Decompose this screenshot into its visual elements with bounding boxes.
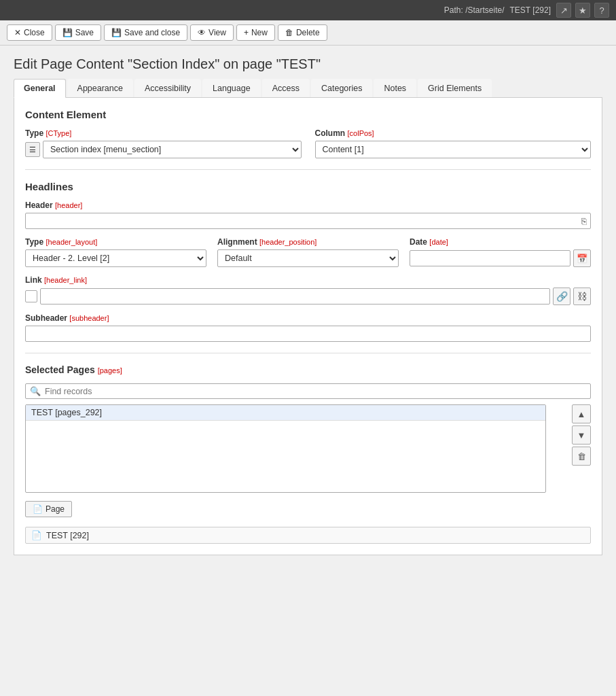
bookmark-icon[interactable]: ★ (575, 3, 590, 18)
type-group: Type [CType] ☰ Section index [menu_secti… (25, 128, 302, 158)
pages-area: TEST [pages_292] ▲ ▼ 🗑 (25, 404, 591, 493)
header-edit-icon[interactable]: ⎘ (579, 215, 590, 228)
add-page-button[interactable]: 📄 Page (25, 501, 72, 517)
pages-list-wrapper: TEST [pages_292] (25, 404, 569, 493)
date-key: [date] (429, 238, 448, 246)
subheader-group: Subheader [subheader] (25, 313, 591, 342)
page-icon: 📄 (33, 504, 43, 514)
list-item[interactable]: TEST [pages_292] (26, 405, 545, 421)
subheader-input[interactable] (25, 326, 591, 342)
close-icon: ✕ (14, 28, 21, 37)
help-icon[interactable]: ? (594, 3, 609, 18)
content-element-section-title: Content Element (25, 109, 591, 120)
header-label: Header [header] (25, 201, 591, 210)
type-column-row: Type [CType] ☰ Section index [menu_secti… (25, 128, 591, 158)
link-key: [header_link] (44, 276, 87, 284)
date-row: 📅 (410, 249, 591, 267)
toolbar: ✕ Close 💾 Save 💾 Save and close 👁 View +… (0, 20, 616, 46)
alignment-group: Alignment [header_position] Default (217, 237, 399, 267)
new-icon: + (244, 28, 249, 37)
header-type-group: Type [header_layout] Header - 2. Level [… (25, 237, 206, 267)
tab-notes[interactable]: Notes (374, 79, 416, 97)
page-title: Edit Page Content "Section Index" on pag… (0, 46, 616, 79)
tab-accessibility[interactable]: Accessibility (134, 79, 201, 97)
move-up-button[interactable]: ▲ (572, 404, 591, 423)
tabs-bar: General Appearance Accessibility Languag… (14, 79, 602, 98)
close-button[interactable]: ✕ Close (7, 24, 52, 41)
top-bar: Path: /Startseite/ TEST [292] ↗ ★ ? (0, 0, 616, 20)
header-type-select[interactable]: Header - 2. Level [2] (25, 249, 206, 267)
selected-pages-label: Selected Pages [pages] (25, 364, 591, 375)
add-buttons: 📄 Page (25, 501, 591, 517)
link-browser-icon[interactable]: 🔗 (553, 288, 570, 305)
tab-access[interactable]: Access (262, 79, 310, 97)
move-down-button[interactable]: ▼ (572, 425, 591, 445)
date-input[interactable] (410, 250, 570, 266)
type-key: [CType] (46, 129, 71, 137)
remove-button[interactable]: 🗑 (572, 447, 591, 466)
tab-appearance[interactable]: Appearance (67, 79, 133, 97)
type-select[interactable]: Section index [menu_section] (43, 141, 302, 158)
pages-key: [pages] (98, 366, 122, 375)
header-type-key: [header_layout] (46, 238, 97, 246)
link-input[interactable] (40, 288, 550, 304)
tab-language[interactable]: Language (202, 79, 261, 97)
subheader-label: Subheader [subheader] (25, 313, 591, 323)
header-type-label: Type [header_layout] (25, 237, 206, 247)
link-external-icon[interactable]: ⛓ (573, 288, 591, 305)
delete-button[interactable]: 🗑 Delete (278, 24, 327, 41)
records-list: TEST [pages_292] (25, 404, 546, 493)
save-icon: 💾 (62, 28, 73, 37)
date-label: Date [date] (410, 237, 591, 247)
date-group: Date [date] 📅 (410, 237, 591, 267)
column-label: Column [colPos] (315, 128, 592, 138)
column-select[interactable]: Content [1] (315, 141, 592, 158)
list-controls: ▲ ▼ 🗑 (572, 404, 591, 466)
link-row: 🔗 ⛓ (25, 288, 591, 305)
ctype-icon: ☰ (25, 142, 40, 157)
link-group: Link [header_link] 🔗 ⛓ (25, 275, 591, 305)
top-bar-icons: ↗ ★ ? (556, 3, 609, 18)
related-item-icon: 📄 (31, 530, 42, 540)
calendar-icon[interactable]: 📅 (573, 249, 591, 267)
headlines-section-title: Headlines (25, 181, 591, 192)
search-icon: 🔍 (30, 386, 41, 396)
subheader-key: [subheader] (69, 314, 109, 322)
delete-icon: 🗑 (285, 28, 293, 37)
find-records-input[interactable] (45, 387, 586, 396)
alignment-label: Alignment [header_position] (217, 237, 399, 247)
type-label: Type [CType] (25, 128, 302, 138)
header-input-wrapper: Section Index ⎘ (25, 213, 591, 229)
header-group: Header [header] Section Index ⎘ (25, 201, 591, 229)
alignment-key: [header_position] (259, 238, 316, 246)
link-label: Link [header_link] (25, 275, 591, 285)
open-external-icon[interactable]: ↗ (556, 3, 571, 18)
save-button[interactable]: 💾 Save (55, 24, 101, 41)
related-item: 📄 TEST [292] (25, 527, 591, 544)
column-group: Column [colPos] Content [1] (315, 128, 592, 158)
header-key: [header] (55, 201, 82, 209)
selected-pages-group: Selected Pages [pages] 🔍 TEST [pages_292… (25, 364, 591, 544)
new-button[interactable]: + New (236, 24, 275, 41)
alignment-select[interactable]: Default (217, 249, 399, 267)
save-close-icon: 💾 (111, 28, 122, 37)
breadcrumb-path: Path: /Startseite/ (444, 5, 505, 15)
page-name: TEST [292] (510, 5, 551, 15)
content-area: Content Element Type [CType] ☰ Section i… (14, 98, 602, 555)
tab-general[interactable]: General (14, 79, 66, 98)
type-align-date-row: Type [header_layout] Header - 2. Level [… (25, 237, 591, 267)
view-button[interactable]: 👁 View (190, 24, 234, 41)
divider-2 (25, 353, 591, 353)
save-close-button[interactable]: 💾 Save and close (104, 24, 187, 41)
view-icon: 👁 (198, 28, 206, 37)
tab-grid-elements[interactable]: Grid Elements (418, 79, 492, 97)
link-checkbox[interactable] (25, 290, 37, 302)
header-input[interactable]: Section Index (25, 213, 591, 229)
column-key: [colPos] (348, 129, 374, 137)
find-records-row[interactable]: 🔍 (25, 383, 591, 399)
tab-categories[interactable]: Categories (311, 79, 372, 97)
divider-1 (25, 169, 591, 170)
